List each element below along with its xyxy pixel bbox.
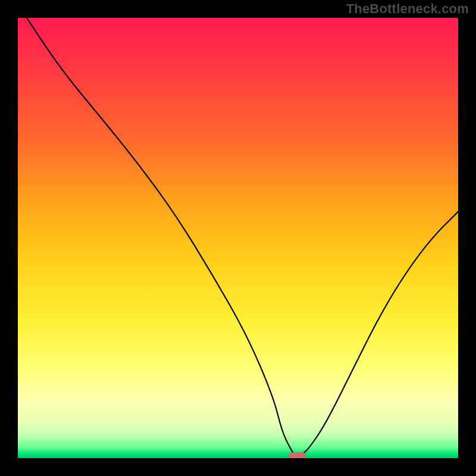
bottleneck-curve [27,18,458,456]
watermark-text: TheBottleneck.com [346,1,469,17]
minimum-marker [289,452,306,458]
plot-area [18,18,458,458]
curve-svg [18,18,458,458]
chart-stage: TheBottleneck.com [0,0,476,476]
